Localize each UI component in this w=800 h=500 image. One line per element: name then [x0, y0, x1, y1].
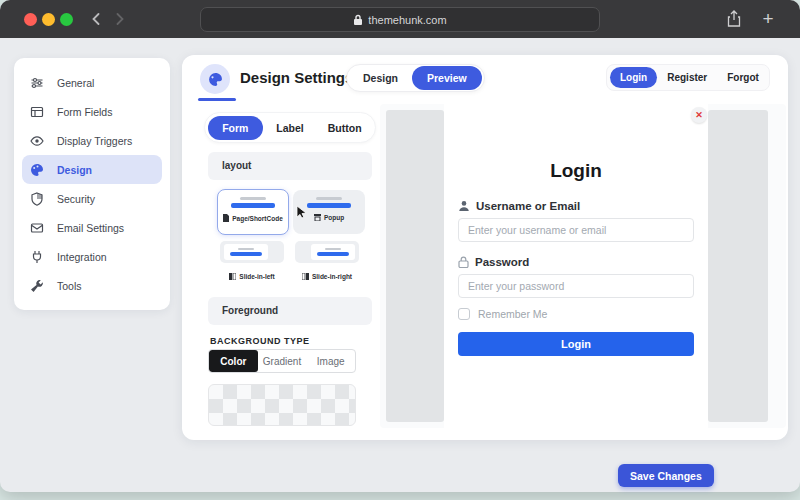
login-submit-button[interactable]: Login	[458, 332, 694, 356]
mouse-cursor-icon	[296, 206, 308, 220]
username-label: Username or Email	[476, 200, 580, 212]
layout-option-page-shortcode[interactable]: Page/ShortCode	[217, 189, 289, 235]
page-title: Design Settings	[240, 69, 353, 86]
tab-register[interactable]: Register	[657, 72, 717, 83]
close-preview-icon[interactable]: ✕	[691, 107, 707, 123]
preview-left-column	[386, 110, 444, 422]
sidebar-item-label: Email Settings	[57, 222, 124, 234]
form-icon	[30, 105, 44, 119]
user-icon	[458, 200, 470, 212]
zoom-window-button[interactable]	[60, 13, 73, 26]
tab-login[interactable]: Login	[610, 67, 657, 88]
popup-icon	[314, 214, 321, 221]
slide-right-icon	[302, 273, 309, 280]
remember-me-label: Remember Me	[478, 308, 547, 320]
forward-button[interactable]	[110, 9, 130, 29]
sidebar-item-label: Form Fields	[57, 106, 112, 118]
sidebar-item-design[interactable]: Design	[22, 155, 162, 184]
foreground-section-header[interactable]: Foreground	[208, 297, 372, 325]
tab-forgot[interactable]: Forgot	[717, 72, 769, 83]
sidebar-item-email-settings[interactable]: Email Settings	[22, 213, 162, 242]
screen: themehunk.com + General Form Fields Disp…	[0, 0, 800, 500]
layout-option-slide-in-left[interactable]	[220, 241, 284, 263]
close-window-button[interactable]	[24, 13, 37, 26]
sidebar-item-tools[interactable]: Tools	[22, 271, 162, 300]
browser-window: themehunk.com + General Form Fields Disp…	[0, 0, 800, 492]
layout-option-label: Slide-in-left	[239, 273, 274, 280]
lock-icon	[353, 14, 363, 26]
background-type-segmented-control: Color Gradient Image	[208, 349, 356, 373]
segment-gradient[interactable]: Gradient	[258, 350, 307, 372]
layout-thumbnail	[218, 197, 288, 208]
remember-me-checkbox[interactable]	[458, 308, 470, 320]
plug-icon	[30, 250, 44, 264]
layout-option-label: Slide-in-right	[312, 273, 352, 280]
slide-left-icon	[229, 273, 236, 280]
sidebar-item-label: General	[57, 77, 94, 89]
wrench-icon	[30, 279, 44, 293]
layout-option-slide-in-right[interactable]	[295, 241, 359, 263]
browser-chrome: themehunk.com +	[0, 0, 800, 38]
layout-option-label: Popup	[324, 214, 344, 221]
layout-section-header[interactable]: layout	[208, 152, 372, 180]
page-icon	[223, 214, 229, 222]
layout-option-label: Page/ShortCode	[232, 215, 283, 222]
share-icon[interactable]	[724, 9, 744, 29]
shield-icon	[30, 192, 44, 206]
back-button[interactable]	[86, 9, 106, 29]
sliders-icon	[30, 76, 44, 90]
eye-icon	[30, 134, 44, 148]
header-accent-underline	[198, 98, 236, 101]
background-type-label: BACKGROUND TYPE	[210, 336, 310, 346]
username-input[interactable]	[458, 218, 694, 242]
sidebar-item-form-fields[interactable]: Form Fields	[22, 97, 162, 126]
layout-thumbnail	[224, 244, 268, 260]
tab-preview[interactable]: Preview	[412, 66, 482, 90]
design-settings-card: Design Settings Design Preview Login Reg…	[182, 55, 788, 440]
settings-sidebar: General Form Fields Display Triggers Des…	[14, 58, 170, 310]
auth-form-tabs: Login Register Forgot	[606, 64, 770, 91]
tab-label[interactable]: Label	[263, 122, 318, 134]
sidebar-item-label: Tools	[57, 280, 82, 292]
login-form-title: Login	[444, 160, 708, 182]
mail-icon	[30, 221, 44, 235]
layout-thumbnail	[311, 244, 355, 260]
sidebar-item-display-triggers[interactable]: Display Triggers	[22, 126, 162, 155]
sidebar-item-label: Security	[57, 193, 95, 205]
form-preview-area: Login Username or Email Password Remembe…	[380, 104, 786, 428]
save-changes-button[interactable]: Save Changes	[618, 464, 714, 487]
tab-design[interactable]: Design	[349, 72, 412, 84]
url-bar[interactable]: themehunk.com	[200, 7, 600, 32]
palette-icon	[30, 163, 44, 177]
sidebar-item-integration[interactable]: Integration	[22, 242, 162, 271]
layout-option-popup[interactable]: Popup	[293, 190, 365, 234]
segment-image[interactable]: Image	[306, 350, 355, 372]
segment-color[interactable]: Color	[209, 350, 258, 372]
tab-button[interactable]: Button	[317, 122, 372, 134]
form-part-tabs: Form Label Button	[204, 112, 376, 143]
palette-icon	[208, 72, 223, 87]
sidebar-item-security[interactable]: Security	[22, 184, 162, 213]
new-tab-button[interactable]: +	[758, 9, 778, 29]
password-label: Password	[475, 256, 529, 268]
password-input[interactable]	[458, 274, 694, 298]
remember-me-row: Remember Me	[458, 308, 547, 320]
tab-form[interactable]: Form	[208, 116, 263, 140]
lock-icon	[458, 256, 469, 268]
design-settings-icon	[200, 64, 230, 94]
preview-right-column	[708, 110, 768, 422]
minimize-window-button[interactable]	[42, 13, 55, 26]
transparency-swatch[interactable]	[208, 384, 356, 426]
sidebar-item-general[interactable]: General	[22, 68, 162, 97]
sidebar-item-label: Display Triggers	[57, 135, 132, 147]
sidebar-item-label: Integration	[57, 251, 107, 263]
view-mode-tabs: Design Preview	[346, 64, 485, 92]
sidebar-item-label: Design	[57, 164, 92, 176]
login-form-preview: Login Username or Email Password Remembe…	[444, 104, 708, 428]
url-text: themehunk.com	[368, 14, 446, 26]
